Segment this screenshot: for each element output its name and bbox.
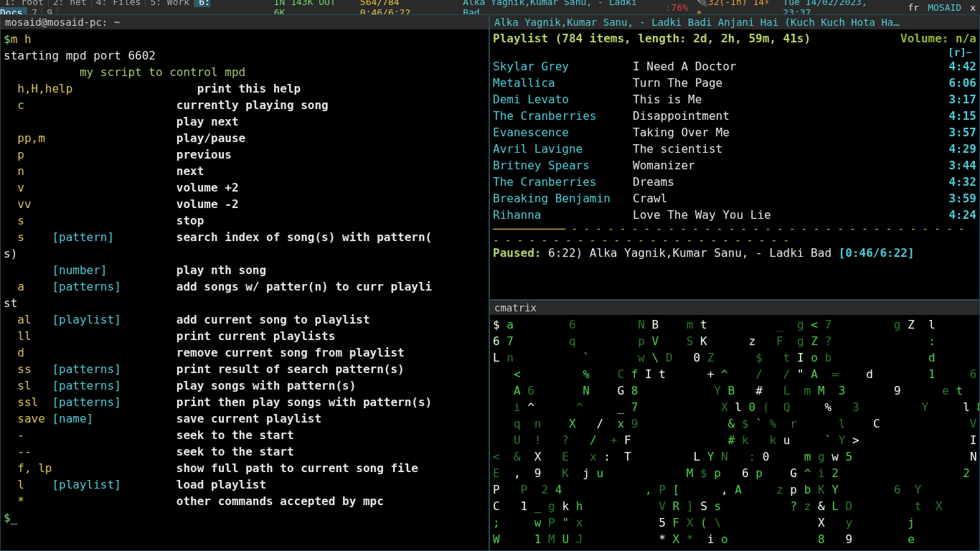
playlist-row[interactable]: Demi LevatoThis is Me3:17 [493,91,976,108]
playlist-header: Playlist (784 items, length: 2d, 2h, 59m… [493,31,976,47]
help-row: a [patterns] add songs w/ patter(n) to c… [4,278,486,295]
help-row: save [name] save current playlist [4,410,486,427]
help-row: p previous [4,146,486,163]
help-row: pp,m play/pause [4,130,486,146]
help-row: * other commands accepted by mpc [4,493,486,509]
player-status: Paused: 6:22) Alka Yagnik,Kumar Sanu, - … [493,246,976,260]
playlist-row[interactable]: EvanescenceTaking Over Me3:57 [493,124,976,141]
playlist-row[interactable]: Skylar GreyI Need A Doctor4:42 [493,58,976,75]
help-row: s stop [4,212,486,229]
hostname: MOSAID [923,2,966,13]
help-row: v volume +2 [4,179,486,196]
help-row: vv volume -2 [4,196,486,212]
terminal-body[interactable]: $m h starting mpd port 6602 my script to… [1,29,489,550]
help-row: -- seek to the start [4,443,486,460]
help-row: al [playlist] add current song to playli… [4,311,486,328]
cmatrix-title: cmatrix [490,301,979,315]
help-row: f, lp show full path to current song fil… [4,460,486,476]
help-row: ss [patterns] print result of search pat… [4,361,486,377]
cmatrix-pane: cmatrix $ a 6 N B m t _ g < 7 g Z l [6 7… [489,300,980,551]
kb-layout: fr [904,2,924,13]
playlist-row[interactable]: The CranberriesDreams4:32 [493,174,976,190]
progress-bar[interactable]: ──────────── - - - - - - - - - - - - - -… [493,223,976,246]
help-row: play next [4,113,486,130]
playlist-row[interactable]: Breaking BenjaminCrawl3:59 [493,190,976,207]
music-player-pane[interactable]: Alka Yagnik,Kumar Sanu, - Ladki Badi Anj… [489,14,980,300]
playlist-row[interactable]: MetallicaTurn The Page6:06 [493,75,976,91]
playlist-row[interactable]: The CranberriesDisappointment4:15 [493,108,976,124]
help-row: c currently playing song [4,97,486,113]
playlist-mode: [r]─ [493,47,976,58]
player-title: Alka Yagnik,Kumar Sanu, - Ladki Badi Anj… [490,15,979,29]
workspace-2net[interactable]: 2: net [49,0,92,7]
close-icon[interactable]: x [966,2,980,13]
playlist-row[interactable]: RihannaLove The Way You Lie4:24 [493,207,976,223]
help-row: - seek to the start [4,427,486,443]
workspace-5Work[interactable]: 5: Work [146,0,194,7]
help-row: [number] play nth song [4,262,486,278]
help-row: sl [patterns] play songs with pattern(s) [4,377,486,394]
help-row: l [playlist] load playlist [4,476,486,493]
window-title: mosaid@mosaid-pc: ~ [1,15,489,29]
cmatrix-body: $ a 6 N B m t _ g < 7 g Z l [6 7 q p V S… [490,315,979,550]
help-row: s [pattern] search index of song(s) with… [4,229,486,245]
top-bar: 1: root2: net4: Files5: Work6: Docs79 IN… [0,0,980,14]
help-row: ssl [patterns] print then play songs wit… [4,394,486,410]
disk-usage: :76% [661,2,692,13]
help-row: d remove current song from playlist [4,344,486,361]
help-row: h,H,help print this help [4,80,486,97]
playlist-row[interactable]: Britney SpearsWomanizer3:44 [493,157,976,174]
workspace-4Files[interactable]: 4: Files [92,0,146,7]
help-row: ll print current playlists [4,328,486,344]
workspace-1root[interactable]: 1: root [0,0,49,7]
terminal-pane[interactable]: mosaid@mosaid-pc: ~ $m h starting mpd po… [0,14,489,551]
playlist-row[interactable]: Avril LavigneThe scientist4:29 [493,141,976,157]
help-row: n next [4,163,486,179]
